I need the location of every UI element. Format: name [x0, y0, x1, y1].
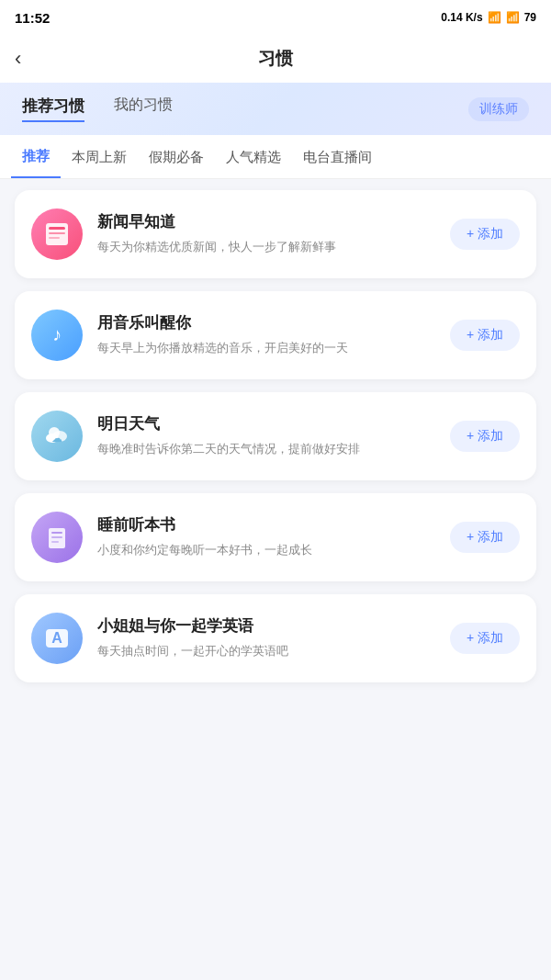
habit-list: 新闻早知道 每天为你精选优质新闻，快人一步了解新鲜事 + 添加 ♪ 用音乐叫醒你… — [0, 179, 551, 693]
habit-desc-news: 每天为你精选优质新闻，快人一步了解新鲜事 — [97, 238, 435, 257]
category-tab-recommend[interactable]: 推荐 — [11, 135, 61, 178]
network-speed: 0.14 K/s — [441, 11, 482, 24]
habit-icon-english: A — [31, 613, 83, 664]
status-time: 11:52 — [15, 10, 50, 26]
habit-title-news: 新闻早知道 — [97, 211, 435, 232]
svg-rect-3 — [49, 237, 60, 239]
add-button-english[interactable]: + 添加 — [450, 623, 520, 654]
habit-info-music: 用音乐叫醒你 每天早上为你播放精选的音乐，开启美好的一天 — [97, 312, 435, 358]
tab-mine[interactable]: 我的习惯 — [114, 96, 173, 122]
svg-rect-2 — [49, 232, 65, 234]
habit-desc-weather: 每晚准时告诉你第二天的天气情况，提前做好安排 — [97, 440, 435, 459]
back-button[interactable]: ‹ — [15, 47, 21, 71]
habit-icon-news — [31, 208, 83, 260]
habit-card-news: 新闻早知道 每天为你精选优质新闻，快人一步了解新鲜事 + 添加 — [15, 190, 536, 278]
status-icons: 0.14 K/s 📶 📶 79 — [441, 11, 536, 24]
status-bar: 11:52 0.14 K/s 📶 📶 79 — [0, 0, 551, 35]
habit-desc-english: 每天抽点时间，一起开心的学英语吧 — [97, 642, 435, 661]
wifi-icon: 📶 — [488, 11, 501, 24]
svg-text:♪: ♪ — [52, 324, 62, 344]
header: ‹ 习惯 — [0, 35, 551, 83]
habit-title-english: 小姐姐与你一起学英语 — [97, 615, 435, 636]
tab-recommended[interactable]: 推荐习惯 — [22, 96, 84, 122]
habit-info-news: 新闻早知道 每天为你精选优质新闻，快人一步了解新鲜事 — [97, 211, 435, 257]
category-tab-radio[interactable]: 电台直播间 — [292, 136, 383, 177]
category-tab-popular[interactable]: 人气精选 — [215, 136, 292, 177]
habit-icon-weather: ☁ — [31, 411, 83, 462]
habit-info-book: 睡前听本书 小度和你约定每晚听一本好书，一起成长 — [97, 514, 435, 560]
habit-desc-music: 每天早上为你播放精选的音乐，开启美好的一天 — [97, 339, 435, 358]
svg-text:A: A — [51, 630, 62, 646]
category-tabs: 推荐 本周上新 假期必备 人气精选 电台直播间 — [0, 135, 551, 179]
habit-icon-music: ♪ — [31, 310, 83, 361]
page-title: 习惯 — [258, 47, 293, 71]
habit-card-english: A 小姐姐与你一起学英语 每天抽点时间，一起开心的学英语吧 + 添加 — [15, 594, 536, 682]
category-tab-new[interactable]: 本周上新 — [61, 136, 138, 177]
svg-rect-13 — [51, 541, 59, 543]
habit-icon-book — [31, 512, 83, 563]
add-button-news[interactable]: + 添加 — [450, 219, 520, 250]
svg-rect-12 — [51, 536, 62, 538]
habit-card-book: 睡前听本书 小度和你约定每晚听一本好书，一起成长 + 添加 — [15, 493, 536, 581]
habit-info-weather: 明日天气 每晚准时告诉你第二天的天气情况，提前做好安排 — [97, 413, 435, 459]
habit-card-weather: ☁ 明日天气 每晚准时告诉你第二天的天气情况，提前做好安排 + 添加 — [15, 392, 536, 480]
habit-card-music: ♪ 用音乐叫醒你 每天早上为你播放精选的音乐，开启美好的一天 + 添加 — [15, 291, 536, 379]
add-button-book[interactable]: + 添加 — [450, 522, 520, 553]
habit-title-book: 睡前听本书 — [97, 514, 435, 535]
svg-rect-11 — [51, 532, 62, 534]
tab-header: 推荐习惯 我的习惯 训练师 — [0, 83, 551, 135]
svg-text:☁: ☁ — [51, 432, 62, 445]
signal-icon: 📶 — [506, 11, 520, 24]
svg-rect-1 — [49, 227, 65, 230]
category-tab-holiday[interactable]: 假期必备 — [138, 136, 215, 177]
habit-info-english: 小姐姐与你一起学英语 每天抽点时间，一起开心的学英语吧 — [97, 615, 435, 661]
add-button-weather[interactable]: + 添加 — [450, 421, 520, 452]
habit-title-music: 用音乐叫醒你 — [97, 312, 435, 333]
habit-desc-book: 小度和你约定每晚听一本好书，一起成长 — [97, 541, 435, 560]
add-button-music[interactable]: + 添加 — [450, 320, 520, 351]
main-tabs: 推荐习惯 我的习惯 — [22, 96, 173, 122]
habit-title-weather: 明日天气 — [97, 413, 435, 434]
trainer-button[interactable]: 训练师 — [468, 97, 529, 121]
battery-level: 79 — [524, 11, 536, 24]
